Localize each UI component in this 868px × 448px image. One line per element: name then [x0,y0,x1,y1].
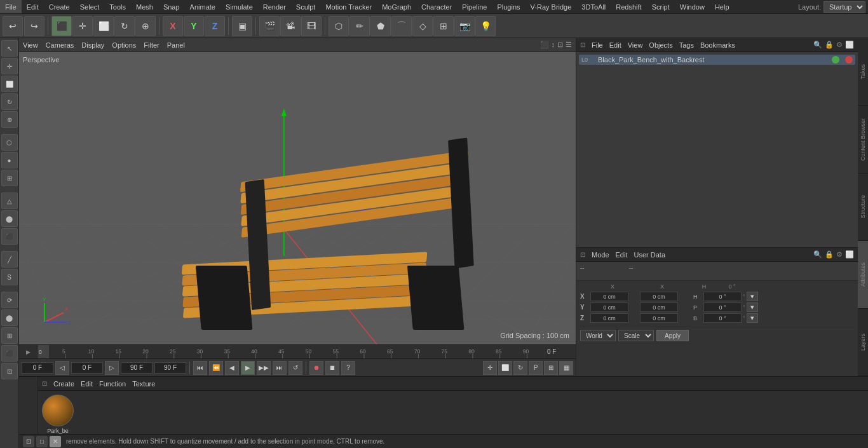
pb-right-6[interactable]: ▦ [559,361,573,375]
vp-menu-filter[interactable]: Filter [144,41,159,49]
menu-script[interactable]: Script [647,0,675,13]
auto-record-button[interactable]: ⏹ [325,361,339,375]
menu-render[interactable]: Render [258,0,291,13]
max-frame-input[interactable] [154,362,186,374]
left-tool-9[interactable]: △ [1,193,18,209]
left-tool-1[interactable]: ↖ [1,40,18,57]
rvtab-layers[interactable]: Layers [858,309,868,376]
menu-simulate[interactable]: Simulate [220,0,258,13]
left-tool-10[interactable]: ⬤ [1,210,18,227]
undo-button[interactable]: ↩ [3,16,23,36]
rvtab-structure[interactable]: Structure [858,173,868,241]
obj-expand-icon[interactable]: ⬜ [845,41,854,49]
coord-z-expand[interactable]: ▾ [747,313,758,323]
record-button[interactable]: ⏺ [309,361,323,375]
frame-next-arrow[interactable]: ▷ [105,361,119,375]
camera-button[interactable]: 📷 [454,16,475,36]
poly-button[interactable]: ⬟ [370,16,391,36]
current-frame-input[interactable] [71,362,103,374]
left-tool-7[interactable]: ● [1,152,18,168]
attr-menu-mode[interactable]: Mode [592,251,609,259]
apply-button[interactable]: Apply [656,330,689,341]
pb-right-2[interactable]: ⬜ [498,361,512,375]
tl-ruler[interactable]: 0 5 10 15 20 25 [38,345,544,358]
left-tool-6[interactable]: ⬡ [1,134,18,151]
left-tool-5[interactable]: ⊕ [1,111,18,128]
play-button[interactable]: ▶ [241,361,255,375]
pb-right-4[interactable]: P [529,361,543,375]
attr-search-icon[interactable]: 🔍 [813,250,822,259]
coord-z-size-input[interactable]: 0 cm [640,313,678,323]
menu-animate[interactable]: Animate [185,0,220,13]
menu-plugins[interactable]: Plugins [492,0,525,13]
coord-x-pos-input[interactable]: 0 cm [590,292,628,301]
obj-menu-objects[interactable]: Objects [649,41,672,49]
rvtab-attributes[interactable]: Attributes [858,241,868,308]
status-icon-1[interactable]: ⊡ [23,436,34,447]
mat-menu-function[interactable]: Function [99,380,126,388]
left-tool-16[interactable]: ⊞ [1,327,18,344]
loop-button[interactable]: ↺ [288,361,302,375]
pb-right-5[interactable]: ⊞ [544,361,558,375]
pb-right-3[interactable]: ↻ [513,361,527,375]
go-to-next-keyframe-button[interactable]: ▶▶ [257,361,271,375]
menu-snap[interactable]: Snap [158,0,185,13]
obj-search-icon[interactable]: 🔍 [813,41,822,49]
vp-icon-3[interactable]: ⊡ [557,41,563,49]
coord-y-pos-input[interactable]: 0 cm [590,302,628,312]
left-tool-3[interactable]: ⬜ [1,76,18,92]
menu-mograph[interactable]: MoGraph [377,0,416,13]
coord-b-rot-input[interactable]: 0 ° [703,313,742,323]
select-mode-button[interactable]: ⬛ [51,16,72,36]
menu-mesh[interactable]: Mesh [131,0,158,13]
attr-settings-icon[interactable]: ⚙ [836,250,843,259]
vp-icon-4[interactable]: ☰ [566,41,572,49]
left-tool-11[interactable]: ⬛ [1,228,18,245]
rvtab-content-browser[interactable]: Content Browser [858,105,868,173]
coord-x-size-input[interactable]: 0 cm [640,292,678,301]
menu-redshift[interactable]: Redshift [611,0,646,13]
scale-button[interactable]: ⬜ [93,16,114,36]
menu-vray[interactable]: V-Ray Bridge [526,0,577,13]
left-tool-14[interactable]: ⟳ [1,292,18,308]
rotate-button[interactable]: ↻ [114,16,135,36]
obj-menu-view[interactable]: View [628,41,643,49]
bend-button[interactable]: ⌒ [391,16,412,36]
knife-button[interactable]: ◇ [412,16,433,36]
coord-y-expand[interactable]: ▾ [747,302,758,312]
left-tool-15[interactable]: ⬤ [1,309,18,326]
play-reverse-button[interactable]: ◀ [225,361,239,375]
mat-item[interactable]: Park_be [42,395,74,434]
menu-motion-tracker[interactable]: Motion Tracker [320,0,377,13]
attr-expand-icon[interactable]: ⬜ [845,250,854,259]
frame-prev-arrow[interactable]: ◁ [55,361,69,375]
menu-create[interactable]: Create [44,0,75,13]
menu-3dtoall[interactable]: 3DToAll [576,0,611,13]
vp-menu-view[interactable]: View [23,41,38,49]
z-axis-button[interactable]: Z [205,16,225,36]
go-to-start-button[interactable]: ⏮ [193,361,207,375]
rvtab-takes[interactable]: Takes [858,38,868,105]
object-button[interactable]: ▣ [232,16,252,36]
light-button[interactable]: 💡 [475,16,496,36]
attr-menu-edit[interactable]: Edit [616,251,628,259]
pen-button[interactable]: ✏ [349,16,370,36]
layout-select[interactable]: Startup [824,1,865,13]
coord-z-pos-input[interactable]: 0 cm [590,313,628,323]
left-tool-18[interactable]: ⊡ [1,363,18,379]
menu-window[interactable]: Window [675,0,710,13]
pb-right-1[interactable]: ✛ [483,361,497,375]
menu-help[interactable]: Help [710,0,735,13]
obj-settings-icon[interactable]: ⚙ [836,41,843,49]
redo-button[interactable]: ↪ [24,16,44,36]
mat-menu-edit[interactable]: Edit [81,380,93,388]
x-axis-button[interactable]: X [163,16,183,36]
attr-lock-icon[interactable]: 🔒 [825,250,834,259]
status-icon-3[interactable]: ✕ [50,436,61,447]
coord-p-rot-input[interactable]: 0 ° [703,302,742,312]
left-tool-13[interactable]: S [1,269,18,285]
coord-x-expand[interactable]: ▾ [747,292,758,301]
menu-edit[interactable]: Edit [22,0,44,13]
menu-pipeline[interactable]: Pipeline [457,0,492,13]
world-dropdown[interactable]: World [580,330,616,341]
